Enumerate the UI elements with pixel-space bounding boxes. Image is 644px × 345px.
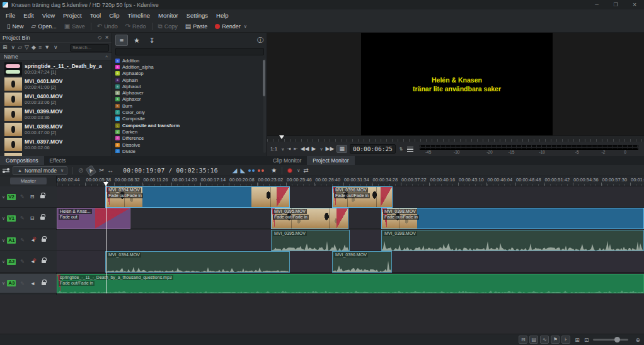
composition-item[interactable]: aAlphaout — [112, 83, 267, 89]
track-collapse-icon[interactable]: ∨ — [2, 281, 5, 286]
composition-item[interactable]: cColor_only — [112, 109, 267, 115]
monitor-playhead[interactable] — [279, 135, 284, 139]
speaker-icon[interactable]: ◄ — [30, 281, 35, 286]
timeline-settings-icon[interactable] — [3, 167, 9, 173]
favorite-effects-icon[interactable]: ★ — [271, 167, 277, 174]
bin-clip-item[interactable]: MVI_0400.MOV00:00:33:06 [2] — [0, 91, 112, 106]
track-lane-a3[interactable]: springtide_-_11_-_Death_by_a_thousand_qu… — [57, 274, 644, 293]
bin-column-header[interactable]: Name ^ — [0, 53, 112, 61]
track-lane-a1[interactable]: MVI_0395.MOVMVI_0398.MOV — [57, 230, 644, 251]
zoom-slider[interactable] — [593, 339, 628, 341]
redo-button[interactable]: ↷Redo — [122, 21, 150, 32]
monitor-zoom-level[interactable]: 1:1 — [270, 146, 277, 152]
tab-effects[interactable]: Effects — [44, 156, 72, 165]
scrollbar[interactable] — [263, 59, 266, 153]
rewind-icon[interactable]: ◀◀ — [301, 146, 309, 152]
lift-zone-icon[interactable] — [248, 169, 255, 172]
track-collapse-icon[interactable]: ∨ — [2, 195, 5, 200]
timeline-ruler[interactable]: 0:00:02:4400:00:05:3800:00:08:3200:00:11… — [57, 176, 644, 186]
menu-view[interactable]: View — [42, 12, 55, 19]
tab-project-monitor[interactable]: Project Monitor — [307, 156, 354, 165]
bin-clip-item[interactable]: springtide_-_11_-_Death_by_a00:03:47:24 … — [0, 61, 112, 76]
selection-tool-icon[interactable]: ➤ — [86, 164, 97, 176]
monitor-timecode[interactable]: 00:00:06:25 — [350, 144, 396, 154]
lock-icon[interactable] — [40, 217, 45, 220]
close-button[interactable]: ✕ — [625, 0, 644, 9]
track-effects-icon[interactable]: ✎ — [20, 194, 25, 200]
timeline-position[interactable]: 00:00:19:07 — [123, 167, 164, 174]
timeline-clip[interactable]: MVI_0396.MOV — [332, 251, 392, 273]
composition-item[interactable]: aAddition_alpha — [112, 64, 267, 70]
menu-clip[interactable]: Clip — [109, 12, 119, 19]
spacer-tool-icon[interactable]: ↔ — [107, 167, 113, 174]
view-mode-icon[interactable]: ≡ — [38, 45, 42, 50]
timeline-clip[interactable]: MVI_0398.MOVFade out/Fade in — [381, 208, 644, 229]
composition-item[interactable]: cComposite and transform — [112, 122, 267, 128]
record-icon[interactable] — [287, 168, 292, 173]
bin-clip-item[interactable]: MVI_0399.MOV00:00:03:36 — [0, 106, 112, 122]
track-monitor-icon[interactable]: ⊟ — [30, 194, 35, 200]
composition-item[interactable]: dDissolve — [112, 142, 267, 148]
play-icon[interactable]: ▶ — [312, 146, 316, 152]
insert-zone-icon[interactable]: ◢ — [233, 167, 238, 174]
add-clip-icon[interactable]: ⊞ — [3, 45, 8, 50]
timeline-clip[interactable]: MVI_0398.MOV — [381, 230, 644, 251]
new-button[interactable]: ▯New — [3, 21, 28, 32]
menu-timeline[interactable]: Timeline — [128, 12, 151, 19]
razor-tool-icon[interactable]: ✂ — [99, 167, 104, 174]
bin-clip-item[interactable]: MVI_0401.MOV00:00:41:00 [2] — [0, 76, 112, 91]
add-clip-chevron-icon[interactable]: ∨ — [11, 45, 16, 50]
composition-item[interactable]: dDivide — [112, 148, 267, 153]
composition-item[interactable]: aAlphaover — [112, 89, 267, 96]
bin-clip-item[interactable]: MVI_0397.MOV00:00:02:06 — [0, 137, 112, 152]
paste-button[interactable]: ▤Paste — [181, 21, 211, 32]
copy-button[interactable]: ⧉Copy — [154, 21, 181, 32]
master-track-button[interactable]: Master — [10, 178, 47, 184]
zoom-out-icon[interactable]: ⊡ — [584, 337, 589, 343]
audio-thumbnails-icon[interactable]: ∿ — [540, 336, 549, 344]
edit-mode-select[interactable]: ▲ Normal mode ∨ — [13, 166, 67, 175]
playhead[interactable] — [106, 181, 106, 293]
play-chevron-icon[interactable]: ∨ — [319, 147, 323, 152]
zoom-in-icon[interactable]: ⊕ — [635, 337, 640, 343]
menu-settings[interactable]: Settings — [187, 12, 208, 19]
composition-item[interactable]: aAlphaxor — [112, 96, 267, 103]
timeline-clip[interactable]: springtide_-_11_-_Death_by_a_thousand_qu… — [57, 274, 644, 293]
menu-monitor[interactable]: Monitor — [158, 12, 178, 19]
track-effects-icon[interactable]: ✎ — [20, 215, 25, 221]
tab-compositions[interactable]: Compositions — [0, 156, 44, 165]
bin-search-input[interactable] — [70, 44, 109, 52]
menu-tool[interactable]: Tool — [90, 12, 101, 19]
save-button[interactable]: ▣Save — [60, 21, 89, 32]
composition-item[interactable]: aAlphain — [112, 77, 267, 83]
track-effects-icon[interactable]: ✎ — [20, 259, 25, 264]
timeline-zone-icon[interactable]: ⊟ — [519, 336, 527, 344]
track-lane-v1[interactable]: Helén & Knas...Fade outMVI_0395.MOVFade … — [57, 208, 644, 229]
minimize-button[interactable]: ─ — [587, 0, 606, 9]
video-thumbnails-icon[interactable]: ▤ — [529, 336, 538, 344]
tags-icon[interactable]: ◆ — [32, 45, 36, 50]
timeline-clip[interactable]: MVI_0394.MOVFade out/Fade in — [105, 186, 290, 208]
open-button[interactable]: ▱Open... — [28, 21, 60, 32]
track-collapse-icon[interactable]: ∨ — [2, 259, 5, 264]
lock-icon[interactable] — [42, 260, 46, 263]
info-icon[interactable]: ⓘ — [257, 36, 263, 45]
markers-icon[interactable]: ⚑ — [551, 336, 560, 344]
composition-item[interactable]: dDarken — [112, 128, 267, 135]
snap-icon[interactable]: ⊦ — [561, 336, 570, 344]
create-folder-icon[interactable]: ▱ — [18, 45, 22, 50]
menu-help[interactable]: Help — [216, 12, 229, 19]
timeline-clip[interactable]: Helén & Knas...Fade out — [57, 208, 130, 229]
timeline-clip[interactable]: MVI_0396.MOVFade out/Fade in — [332, 186, 393, 208]
composition-item[interactable]: bBurn — [112, 103, 267, 109]
download-effects-icon[interactable]: ↧ — [146, 35, 158, 46]
timeline-clip[interactable]: MVI_0395.MOVFade out/Fade in — [271, 208, 348, 229]
bin-clip-item[interactable]: MVI_0396.MOV — [0, 152, 112, 156]
track-header-v2[interactable]: ∨V2✎⊟ — [0, 186, 57, 208]
monitor-ruler[interactable] — [267, 135, 644, 142]
audio-mixer-icon[interactable]: ⇄ — [303, 167, 308, 174]
record-chevron-icon[interactable]: ∨ — [297, 168, 300, 173]
preview-render-icon[interactable] — [258, 169, 264, 172]
lock-icon[interactable] — [42, 239, 46, 242]
zoom-fit-icon[interactable]: ⊞ — [575, 337, 580, 343]
